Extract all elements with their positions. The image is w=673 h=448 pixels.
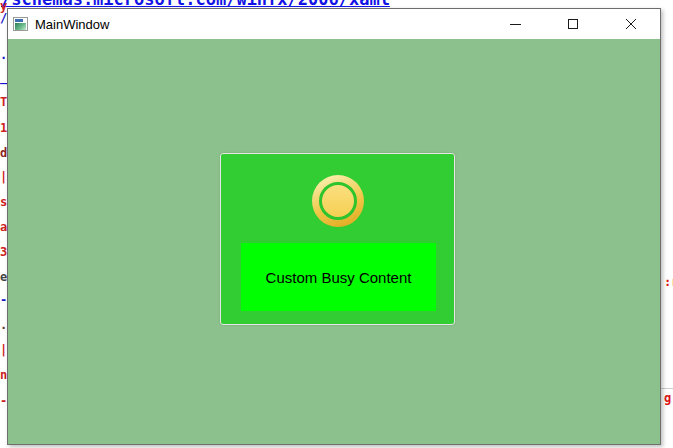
- code-fragment: a|: [0, 221, 7, 234]
- editor-divider-line: [661, 388, 673, 389]
- code-fragment: 1|: [0, 122, 7, 135]
- code-fragment: .a: [0, 319, 7, 332]
- code-fragment: s\: [0, 196, 7, 209]
- app-icon: [13, 17, 28, 31]
- window-title: MainWindow: [35, 17, 486, 32]
- code-fragment: g: [664, 392, 671, 405]
- code-fragment: ->: [0, 294, 7, 307]
- code-fragment: /: [0, 12, 7, 25]
- app-icon-titlebar-stripe: [15, 19, 23, 22]
- code-fragment: e:: [0, 271, 7, 284]
- client-area: Custom Busy Content: [8, 39, 660, 444]
- code-fragment: _: [0, 71, 7, 84]
- xaml-namespace-link-text: /schemas.microsoft.com/winfx/2006/xaml: [1, 0, 390, 8]
- maximize-icon: [568, 19, 578, 29]
- close-button[interactable]: [602, 9, 660, 39]
- minimize-button[interactable]: [486, 9, 544, 39]
- xaml-namespace-link[interactable]: /schemas.microsoft.com/winfx/2006/xaml: [1, 0, 419, 8]
- right-code-fragments: :rg: [664, 0, 673, 448]
- code-fragment: :r: [664, 276, 673, 289]
- close-icon: [625, 18, 637, 30]
- code-fragment: T|: [0, 96, 7, 109]
- busy-spinner-disc: [319, 182, 357, 220]
- code-fragment: .: [0, 49, 7, 62]
- maximize-button[interactable]: [544, 9, 602, 39]
- code-fragment: |s: [0, 344, 7, 357]
- code-fragment: d: [0, 147, 7, 160]
- code-fragment: -: [0, 395, 7, 408]
- code-fragment: 3a: [0, 246, 7, 259]
- main-window: MainWindow Custom Busy Content: [7, 8, 661, 445]
- code-fragment: nd: [0, 369, 7, 382]
- minimize-icon: [510, 24, 521, 25]
- title-bar[interactable]: MainWindow: [8, 9, 660, 39]
- busy-content-box: Custom Busy Content: [241, 243, 436, 311]
- code-fragment: |:: [0, 171, 7, 184]
- app-icon-body: [15, 23, 26, 30]
- left-code-fragments: y/._T|1|d|:s\a|3ae:->.a|snd-: [0, 0, 7, 448]
- window-controls: [486, 9, 660, 39]
- busy-indicator-panel: Custom Busy Content: [220, 153, 455, 325]
- busy-spinner-icon: [312, 175, 364, 227]
